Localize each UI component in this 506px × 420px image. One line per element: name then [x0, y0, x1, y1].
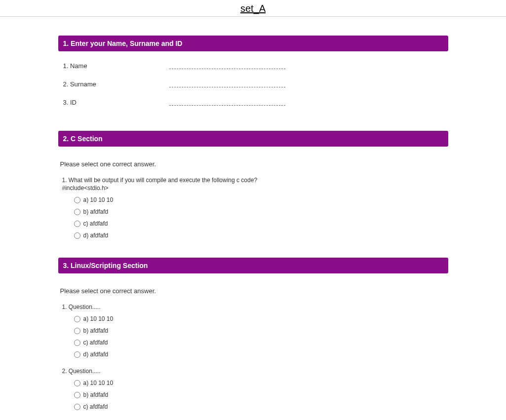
section-3-q2-option-b[interactable]: b) afdfafd — [74, 391, 446, 398]
radio-s2q1-b[interactable] — [74, 209, 80, 215]
field-id-label: 3. ID — [63, 99, 169, 106]
option-label: d) afdfafd — [83, 351, 109, 358]
page-title: set_A — [0, 3, 506, 14]
option-label: c) afdfafd — [83, 339, 108, 346]
radio-s3q1-b[interactable] — [74, 328, 80, 334]
section-2-q1-option-c[interactable]: c) afdfafd — [74, 220, 446, 227]
field-surname-row: 2. Surname — [63, 80, 443, 88]
section-3-body: Please select one correct answer. 1. Que… — [58, 273, 448, 420]
radio-s2q1-c[interactable] — [74, 221, 80, 227]
field-name-input-line[interactable] — [169, 63, 285, 69]
section-2-body: Please select one correct answer. 1. Wha… — [58, 147, 448, 249]
section-3-q1-option-b[interactable]: b) afdfafd — [74, 327, 446, 334]
field-name-label: 1. Name — [63, 62, 169, 70]
section-3-q2-option-a[interactable]: a) 10 10 10 — [74, 380, 446, 386]
option-label: a) 10 10 10 — [83, 196, 114, 203]
page-header: set_A — [0, 0, 506, 17]
section-1-header: 1. Enter your Name, Surname and ID — [58, 36, 448, 51]
field-id-row: 3. ID — [63, 99, 443, 106]
section-3-question-2: 2. Question..... a) 10 10 10 b) afdfafd … — [60, 368, 446, 410]
option-label: c) afdfafd — [83, 220, 108, 227]
section-2-q1-option-b[interactable]: b) afdfafd — [74, 208, 446, 215]
radio-s2q1-a[interactable] — [74, 197, 80, 203]
field-surname-input-line[interactable] — [169, 81, 285, 87]
section-2-header: 2. C Section — [58, 131, 448, 147]
option-label: a) 10 10 10 — [83, 380, 114, 386]
section-3-instruction: Please select one correct answer. — [60, 287, 446, 295]
radio-s3q1-d[interactable] — [74, 351, 80, 358]
section-3-header: 3. Linux/Scripting Section — [58, 258, 448, 273]
field-surname-label: 2. Surname — [63, 80, 169, 88]
option-label: b) afdfafd — [83, 208, 109, 215]
section-2-q1-sub: #include<stdio.h> — [62, 185, 446, 191]
field-name-row: 1. Name — [63, 62, 443, 70]
section-2-q1-text: 1. What will be output if you will compi… — [62, 177, 446, 184]
section-3-q1-text: 1. Question..... — [62, 304, 446, 310]
section-2-instruction: Please select one correct answer. — [60, 160, 446, 168]
radio-s3q2-a[interactable] — [74, 380, 80, 386]
option-label: b) afdfafd — [83, 327, 109, 334]
field-id-input-line[interactable] — [169, 100, 285, 106]
radio-s2q1-d[interactable] — [74, 232, 80, 239]
option-label: d) afdfafd — [83, 232, 109, 239]
section-3-q2-option-c[interactable]: c) afdfafd — [74, 403, 446, 410]
section-3-q1-option-c[interactable]: c) afdfafd — [74, 339, 446, 346]
section-3-q2-text: 2. Question..... — [62, 368, 446, 375]
radio-s3q2-c[interactable] — [74, 404, 80, 410]
section-2-q1-option-d[interactable]: d) afdfafd — [74, 232, 446, 239]
option-label: c) afdfafd — [83, 403, 108, 410]
section-2-question-1: 1. What will be output if you will compi… — [60, 177, 446, 239]
option-label: b) afdfafd — [83, 391, 109, 398]
page-container: 1. Enter your Name, Surname and ID 1. Na… — [58, 17, 448, 420]
radio-s3q2-b[interactable] — [74, 392, 80, 398]
section-2-q1-option-a[interactable]: a) 10 10 10 — [74, 196, 446, 203]
section-1-body: 1. Name 2. Surname 3. ID — [58, 51, 448, 122]
option-label: a) 10 10 10 — [83, 315, 114, 322]
radio-s3q1-c[interactable] — [74, 340, 80, 346]
section-3-question-1: 1. Question..... a) 10 10 10 b) afdfafd … — [60, 304, 446, 358]
section-3-q1-option-d[interactable]: d) afdfafd — [74, 351, 446, 358]
radio-s3q1-a[interactable] — [74, 316, 80, 322]
section-3-q1-option-a[interactable]: a) 10 10 10 — [74, 315, 446, 322]
